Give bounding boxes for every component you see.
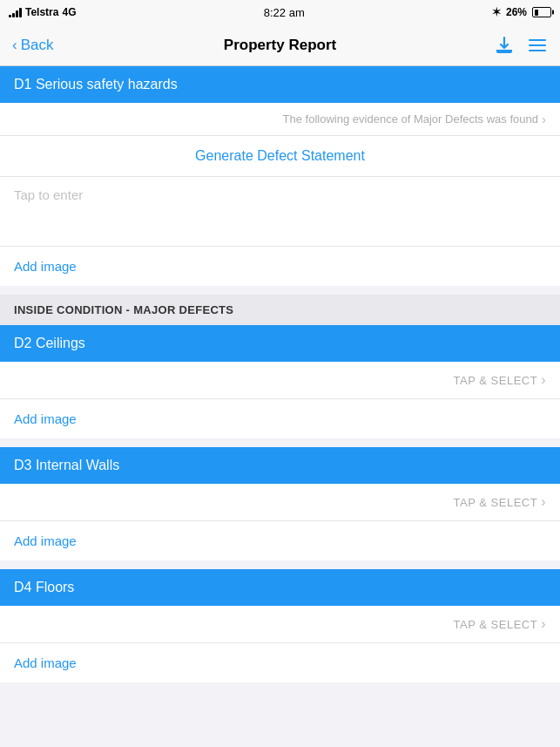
d2-add-image[interactable]: Add image bbox=[0, 399, 560, 438]
battery-label: 26% bbox=[506, 6, 527, 18]
d2-header: D2 Ceilings bbox=[0, 325, 560, 362]
inside-condition-header: INSIDE CONDITION - MAJOR DEFECTS bbox=[0, 295, 560, 325]
status-bar-left: Telstra 4G bbox=[9, 6, 76, 18]
d1-placeholder: Tap to enter bbox=[14, 187, 83, 202]
bluetooth-icon: ✶ bbox=[492, 6, 501, 18]
d3-tap-select[interactable]: TAP & SELECT › bbox=[0, 484, 560, 521]
d2-chevron-icon: › bbox=[541, 372, 546, 388]
d4-tap-select-label: TAP & SELECT bbox=[454, 618, 538, 631]
spacer-3 bbox=[0, 560, 560, 569]
d2-tap-select[interactable]: TAP & SELECT › bbox=[0, 362, 560, 399]
nav-bar: ‹ Back Property Report bbox=[0, 24, 560, 66]
status-bar-right: ✶ 26% bbox=[492, 6, 551, 18]
chevron-right-icon: › bbox=[542, 112, 546, 126]
d1-add-image[interactable]: Add image bbox=[0, 247, 560, 286]
spacer-1 bbox=[0, 286, 560, 295]
d4-tap-select[interactable]: TAP & SELECT › bbox=[0, 606, 560, 643]
spacer-2 bbox=[0, 438, 560, 447]
signal-icon bbox=[9, 7, 22, 17]
d1-card: The following evidence of Major Defects … bbox=[0, 103, 560, 247]
chevron-left-icon: ‹ bbox=[12, 37, 17, 54]
d3-header: D3 Internal Walls bbox=[0, 447, 560, 484]
d4-header: D4 Floors bbox=[0, 569, 560, 606]
page-title: Property Report bbox=[224, 37, 336, 54]
download-button[interactable] bbox=[494, 35, 515, 56]
carrier-label: Telstra bbox=[25, 6, 58, 18]
d4-chevron-icon: › bbox=[541, 616, 546, 632]
d1-defect-row[interactable]: The following evidence of Major Defects … bbox=[0, 103, 560, 136]
d2-tap-select-label: TAP & SELECT bbox=[454, 374, 538, 387]
d3-chevron-icon: › bbox=[541, 494, 546, 510]
status-bar-time: 8:22 am bbox=[264, 6, 305, 19]
d3-tap-select-label: TAP & SELECT bbox=[454, 496, 538, 509]
network-type: 4G bbox=[62, 6, 76, 18]
battery-icon bbox=[532, 7, 551, 17]
d4-add-image[interactable]: Add image bbox=[0, 643, 560, 682]
nav-actions bbox=[494, 35, 548, 56]
status-bar: Telstra 4G 8:22 am ✶ 26% bbox=[0, 0, 560, 24]
d1-text-input[interactable]: Tap to enter bbox=[0, 177, 560, 247]
d1-header: D1 Serious safety hazards bbox=[0, 66, 560, 103]
back-label: Back bbox=[21, 37, 54, 54]
d3-add-image[interactable]: Add image bbox=[0, 521, 560, 560]
back-button[interactable]: ‹ Back bbox=[12, 37, 53, 54]
menu-button[interactable] bbox=[527, 35, 548, 56]
generate-defect-button[interactable]: Generate Defect Statement bbox=[0, 136, 560, 177]
content-area: D1 Serious safety hazards The following … bbox=[0, 66, 560, 682]
d1-defect-label: The following evidence of Major Defects … bbox=[283, 112, 538, 126]
